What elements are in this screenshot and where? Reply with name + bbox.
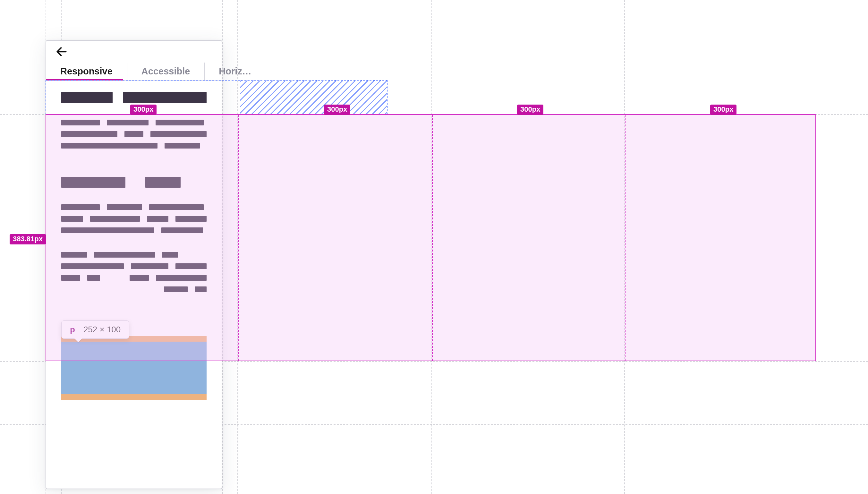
text-row: [61, 216, 207, 222]
text-row: [61, 252, 207, 258]
heading-row: [61, 92, 207, 103]
tab-label: Responsive: [60, 66, 113, 77]
heading-row: [61, 177, 207, 188]
tab-accessible[interactable]: Accessible: [127, 62, 205, 80]
selection-divider: [432, 115, 433, 361]
text-row: [61, 120, 207, 126]
device-header: [46, 41, 221, 62]
width-measurement-chip: 300px: [710, 104, 736, 115]
selection-divider: [625, 115, 625, 361]
text-row: [61, 143, 207, 149]
tab-label: Horiz…: [219, 66, 251, 77]
text-row: [61, 263, 207, 269]
text-row: [61, 286, 207, 292]
vertical-guide: [817, 0, 817, 494]
inspector-tag: p: [70, 325, 75, 335]
vertical-guide: [624, 0, 625, 494]
text-row: [61, 227, 207, 233]
tab-label: Accessible: [141, 66, 190, 77]
text-row: [61, 275, 207, 281]
inspector-dims: 252 × 100: [83, 325, 121, 335]
back-arrow-icon[interactable]: [55, 45, 68, 58]
text-row: [61, 131, 207, 137]
width-measurement-chip: 300px: [324, 104, 350, 115]
text-row: [61, 204, 207, 210]
tabs-row: Responsive Accessible Horiz…: [46, 62, 221, 80]
inspector-tooltip: p 252 × 100: [61, 321, 129, 339]
device-frame: Responsive Accessible Horiz…: [45, 40, 222, 489]
selection-divider: [238, 115, 239, 361]
box-model-highlight: [61, 336, 207, 400]
height-measurement-chip: 383.81px: [9, 234, 46, 244]
content-area: [61, 92, 207, 298]
vertical-guide: [431, 0, 432, 494]
overflow-stripes: [240, 80, 387, 114]
width-measurement-chip: 300px: [517, 104, 543, 115]
tab-responsive[interactable]: Responsive: [46, 62, 127, 80]
tab-horizontal[interactable]: Horiz…: [205, 62, 266, 80]
tab-underline: [46, 79, 123, 80]
